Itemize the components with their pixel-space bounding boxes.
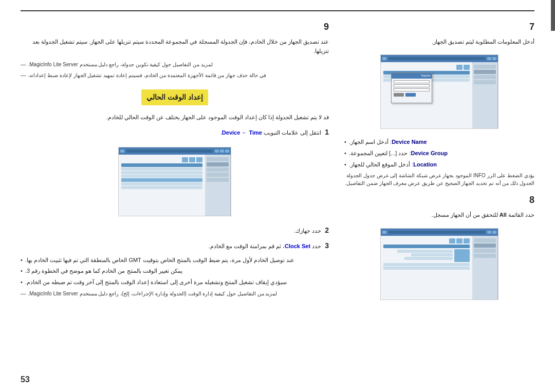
s7-btn1 bbox=[492, 57, 496, 60]
s8-address bbox=[388, 231, 485, 234]
s8-sbar4 bbox=[474, 254, 496, 258]
sub-step1-number: 1 bbox=[325, 128, 329, 136]
screenshot-step7: Register bbox=[380, 54, 498, 129]
s8-device-row bbox=[383, 249, 470, 262]
s8-sbar3 bbox=[474, 249, 496, 253]
screen7-dialog: Register bbox=[391, 72, 432, 103]
page-number: 53 bbox=[21, 375, 30, 384]
screen1-top-icons bbox=[121, 157, 202, 162]
s8-icon2 bbox=[456, 238, 462, 244]
s8-btn2 bbox=[487, 231, 491, 234]
dialog7-ok bbox=[405, 93, 416, 97]
screenshot-step8 bbox=[380, 228, 498, 300]
dialog7-cancel bbox=[394, 93, 404, 97]
s7-icon2 bbox=[456, 65, 462, 70]
sidebar1-item5 bbox=[207, 178, 229, 182]
screen1-btn1 bbox=[225, 150, 229, 153]
step7-bullet1: Device Name: أدخل اسم الجهاز. • bbox=[344, 137, 534, 147]
s7-btn3 bbox=[382, 57, 386, 60]
dash1: — bbox=[21, 60, 26, 69]
s8-info1 bbox=[397, 250, 453, 253]
screen8-toolbar bbox=[381, 229, 498, 236]
sub-step2-text: حدد جهازك. bbox=[294, 228, 321, 234]
sidebar1-item3 bbox=[207, 167, 229, 172]
s8-top-icons bbox=[383, 238, 470, 244]
screen1-sidebar bbox=[205, 155, 231, 216]
dialog7-btns bbox=[394, 93, 430, 97]
section-title-wrapper: إعداد الوقت الحالي bbox=[21, 85, 329, 110]
screen7-main: Register bbox=[381, 62, 472, 128]
sub-step3-number: 3 bbox=[325, 241, 329, 250]
bullet7-3-dot: • bbox=[344, 160, 346, 170]
bullet7-2-text: Device Group: حدد [...] لتعيين المجموعة. bbox=[349, 148, 448, 158]
bullet3-3-text: سيؤدي إيقاف تشغيل المنتج وتشغيله مرة أخر… bbox=[25, 277, 287, 287]
screen7-content: Register bbox=[381, 62, 498, 128]
bottom-note: لمزيد من التفاصيل حول كيفية إدارة الوقت … bbox=[21, 289, 329, 298]
row2 bbox=[121, 167, 202, 171]
left-column: 9 عند تصديق الجهاز من خلال الخادم، فإن ا… bbox=[21, 19, 329, 360]
bullet3-1-dot: • bbox=[21, 255, 23, 265]
s8-sbar2 bbox=[474, 244, 496, 248]
screenshot-step1 bbox=[118, 147, 231, 216]
step7-block: 7 أدخل المعلومات المطلوبة ليتم تصديق الج… bbox=[344, 19, 534, 187]
bullet3-2-text: يمكن تغيير الوقت بالمنتج من الخادم كما ه… bbox=[25, 266, 182, 276]
row6 bbox=[121, 182, 202, 185]
s7-sbar1 bbox=[474, 65, 496, 69]
s8-row1 bbox=[383, 245, 470, 248]
dash2: — bbox=[21, 71, 26, 80]
sub-step1: 1 انتقل إلى علامات التبويب Device ← Time… bbox=[21, 126, 329, 139]
content-area: 9 عند تصديق الجهاز من خلال الخادم، فإن ا… bbox=[21, 19, 534, 360]
s7-top-icons bbox=[383, 65, 470, 70]
step9-main-text: عند تصديق الجهاز من خلال الخادم، فإن الج… bbox=[21, 37, 329, 56]
screen8-sidebar bbox=[472, 236, 498, 300]
section-title: إعداد الوقت الحالي bbox=[141, 89, 208, 106]
s8-btn1 bbox=[492, 231, 496, 234]
right-column: 7 أدخل المعلومات المطلوبة ليتم تصديق الج… bbox=[344, 19, 534, 360]
step7-info-note: يؤدي الضغط على الزر INFO الموجود بجهاز ع… bbox=[344, 172, 534, 187]
screen8-content bbox=[381, 236, 498, 300]
bullet3-3: سيؤدي إيقاف تشغيل المنتج وتشغيله مرة أخر… bbox=[21, 277, 329, 287]
screenshot7-wrapper: Register bbox=[344, 50, 534, 133]
screen7-toolbar bbox=[381, 55, 498, 62]
sub-step3-text: حدد Clock Set، ثم قم بمزامنة الوقت مع ال… bbox=[209, 243, 322, 249]
dialog7-field2 bbox=[394, 84, 430, 87]
s8-btn3 bbox=[382, 231, 386, 234]
sidebar1-item1 bbox=[207, 157, 229, 161]
note1-text: لمزيد من التفاصيل حول كيفية تكوين جدولة،… bbox=[28, 60, 213, 69]
s8-device-thumb bbox=[454, 249, 470, 262]
step9-number: 9 bbox=[21, 19, 329, 35]
s8-info3 bbox=[404, 257, 453, 260]
step8-number: 8 bbox=[344, 192, 534, 208]
s8-row3 bbox=[383, 267, 470, 270]
s8-row2 bbox=[383, 263, 470, 266]
step7-bullet2: Device Group: حدد [...] لتعيين المجموعة.… bbox=[344, 148, 534, 158]
row4 bbox=[121, 175, 202, 178]
note2-text: في حالة حذف جهاز من قائمة الأجهزة المعتم… bbox=[28, 71, 266, 80]
s7-sbar3 bbox=[474, 75, 496, 79]
s7-address bbox=[388, 57, 485, 60]
bullet7-1-text: Device Name: أدخل اسم الجهاز. bbox=[349, 137, 427, 147]
dialog7-field3 bbox=[394, 88, 430, 91]
step8-block: 8 حدد القائمة All للتحقق من أن الجهاز مس… bbox=[344, 192, 534, 304]
icon3 bbox=[182, 157, 188, 162]
bullet3-1: عند توصيل الخادم لأول مرة، يتم ضبط الوقت… bbox=[21, 255, 329, 265]
screen1-toolbar bbox=[119, 147, 231, 155]
s7-sbar2 bbox=[474, 70, 496, 74]
sub-step3: 3 حدد Clock Set، ثم قم بمزامنة الوقت مع … bbox=[21, 240, 329, 252]
s8-icon1 bbox=[464, 238, 470, 244]
step3-bullets: عند توصيل الخادم لأول مرة، يتم ضبط الوقت… bbox=[21, 255, 329, 287]
step9-block: 9 عند تصديق الجهاز من خلال الخادم، فإن ا… bbox=[21, 19, 329, 80]
screen8-main bbox=[381, 236, 472, 300]
s8-device-info bbox=[383, 249, 453, 262]
section-intro: قد لا يتم تشغيل الجدولة إذا كان إعداد ال… bbox=[21, 113, 329, 122]
bullet3-2-dot: • bbox=[21, 266, 23, 276]
bottom-note-text: لمزيد من التفاصيل حول كيفية إدارة الوقت … bbox=[28, 289, 278, 298]
screen1-btn2 bbox=[220, 150, 224, 153]
bullet7-1-dot: • bbox=[344, 137, 346, 147]
page-container: 9 عند تصديق الجهاز من خلال الخادم، فإن ا… bbox=[0, 0, 555, 392]
row3 bbox=[121, 171, 202, 174]
s7-icon1 bbox=[464, 65, 470, 70]
screen1-btn4 bbox=[120, 150, 124, 153]
s8-info2 bbox=[411, 253, 453, 256]
scrollbar[interactable] bbox=[551, 0, 555, 31]
